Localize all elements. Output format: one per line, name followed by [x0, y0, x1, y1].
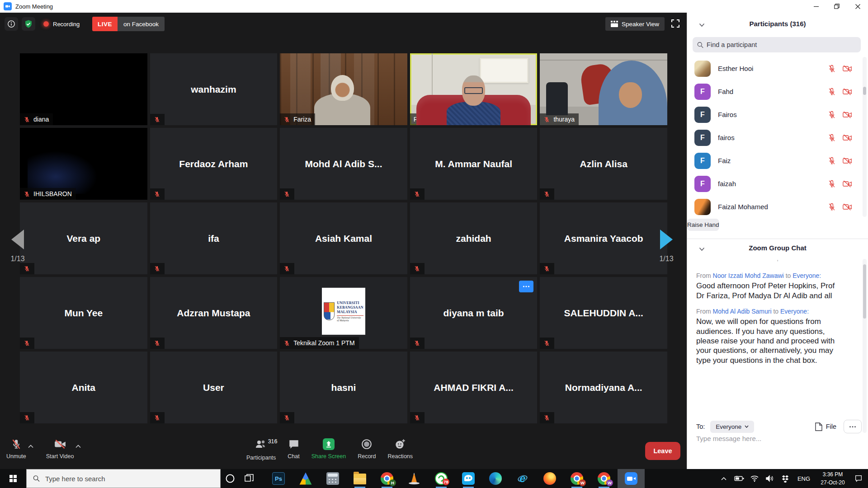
tile-ihilsbaron[interactable]: IHILSBARON — [20, 128, 147, 200]
taskbar-icon-firefox[interactable] — [536, 469, 563, 488]
taskbar-icon-zoom[interactable] — [618, 469, 645, 488]
action-center-icon[interactable] — [852, 469, 865, 488]
tile-asiah-kamal[interactable]: Asiah Kamal — [280, 202, 407, 274]
tile-fariza[interactable]: Fariza — [280, 53, 407, 125]
tile-hasni[interactable]: hasni — [280, 352, 407, 423]
tile-diyana-m-taib[interactable]: diyana m taib — [410, 277, 538, 349]
participant-row-faizah[interactable]: F faizah — [687, 172, 868, 195]
chat-scrollbar[interactable] — [863, 259, 867, 433]
participant-list-scrollbar[interactable] — [863, 57, 867, 217]
close-button[interactable] — [847, 0, 868, 13]
battery-icon[interactable] — [732, 469, 746, 488]
participant-action-button[interactable]: Raise Hand — [687, 219, 719, 231]
speaker-view-label: Speaker View — [622, 21, 659, 28]
video-options-chevron[interactable] — [75, 442, 81, 460]
grid-view-icon — [611, 21, 618, 27]
chat-button[interactable]: Chat — [288, 433, 299, 461]
tile-salehuddin-a[interactable]: SALEHUDDIN A... — [540, 277, 667, 349]
tile-vera-ap[interactable]: Vera ap — [20, 202, 147, 274]
chat-recipient-value: Everyone — [716, 423, 741, 430]
taskbar-search-input[interactable] — [45, 475, 214, 483]
meeting-info-icon[interactable] — [5, 17, 18, 31]
tile-zahidah[interactable]: zahidah — [410, 202, 538, 274]
tile-teknikal-zoom-1-ptm[interactable]: Universiti Kebangsaan Malaysia The Natio… — [280, 277, 407, 349]
tile-user[interactable]: User — [150, 352, 278, 423]
tile-name-label: thuraya — [553, 116, 575, 123]
scrollbar-thumb[interactable] — [863, 264, 866, 319]
minimize-button[interactable] — [806, 0, 826, 13]
taskbar-icon-chrome-w-red[interactable]: W — [563, 469, 590, 488]
mic-muted-icon — [24, 414, 30, 421]
tile-wanhazim[interactable]: wanhazim — [150, 53, 278, 125]
tile-asmanira-yaacob[interactable]: Asmanira Yaacob — [540, 202, 667, 274]
participant-search-input[interactable] — [707, 41, 856, 48]
participant-row-esther-hooi[interactable]: Esther Hooi — [687, 57, 868, 80]
tile-azlin-alisa[interactable]: Azlin Alisa — [540, 128, 667, 200]
gallery-next-page[interactable]: 1/13 — [651, 230, 682, 263]
start-button[interactable] — [0, 469, 26, 488]
participant-row-faiz[interactable]: F Faiz — [687, 149, 868, 172]
tile-diana[interactable]: diana — [20, 53, 147, 125]
taskbar-icon-whatsapp[interactable]: 78 — [428, 469, 455, 488]
tile-adzran-mustapa[interactable]: Adzran Mustapa — [150, 277, 278, 349]
tile-mohd-al-adib-s[interactable]: Mohd Al Adib S... — [280, 128, 407, 200]
restore-button[interactable] — [826, 0, 847, 13]
volume-icon[interactable] — [763, 469, 777, 488]
dropbox-icon[interactable] — [778, 469, 792, 488]
tile-anita[interactable]: Anita — [20, 352, 147, 423]
tile-normadiyana-a[interactable]: Normadiyana A... — [540, 352, 667, 423]
gallery-prev-page[interactable]: 1/13 — [2, 230, 33, 263]
chat-file-button[interactable]: File — [815, 422, 836, 431]
taskbar-icon-file-explorer[interactable] — [346, 469, 373, 488]
taskbar-icon-blue-chat[interactable] — [455, 469, 482, 488]
taskbar-icon-chrome-w-purple[interactable]: W — [590, 469, 618, 488]
language-indicator[interactable]: ENG — [794, 475, 814, 482]
live-indicator[interactable]: LIVE on Facebook — [92, 17, 165, 31]
leave-button[interactable]: Leave — [645, 442, 680, 460]
taskbar-icon-calculator[interactable] — [319, 469, 346, 488]
chat-input-area[interactable] — [696, 435, 859, 443]
chat-recipient-dropdown[interactable]: Everyone — [710, 421, 754, 433]
tile-thuraya[interactable]: thuraya — [540, 53, 667, 125]
tile-m-ammar-naufal[interactable]: M. Ammar Naufal — [410, 128, 538, 200]
task-view-button[interactable] — [240, 469, 259, 488]
tile-ferdaoz-arham[interactable]: Ferdaoz Arham — [150, 128, 278, 200]
participant-row-fahd[interactable]: F Fahd — [687, 80, 868, 103]
participant-row-fairos[interactable]: F Fairos — [687, 103, 868, 126]
fullscreen-icon[interactable] — [670, 19, 680, 30]
taskbar-icon-chrome-h[interactable]: H — [373, 469, 401, 488]
chat-message-input[interactable] — [696, 435, 859, 442]
encryption-shield-icon[interactable] — [22, 17, 35, 31]
chat-message-header: From Mohd Al Adib Samuri to Everyone: — [696, 307, 841, 315]
participants-button[interactable]: 316 Participants — [246, 433, 276, 461]
taskbar-icon-google-ads[interactable] — [292, 469, 319, 488]
tile-ifa[interactable]: ifa — [150, 202, 278, 274]
audio-options-chevron[interactable] — [28, 442, 33, 460]
task-view-icon — [245, 474, 254, 483]
share-screen-button[interactable]: Share Screen — [311, 433, 346, 461]
chat-more-button[interactable] — [844, 420, 862, 433]
record-button[interactable]: Record — [358, 433, 376, 461]
tile-ahmad-fikri-a[interactable]: AHMAD FIKRI A... — [410, 352, 538, 423]
cortana-button[interactable] — [221, 469, 240, 488]
taskbar-icon-edge[interactable] — [482, 469, 509, 488]
start-video-button[interactable]: Start Video — [46, 433, 74, 460]
wifi-icon[interactable] — [748, 469, 761, 488]
speaker-view-button[interactable]: Speaker View — [605, 17, 665, 31]
unmute-button[interactable]: Unmute — [6, 433, 26, 460]
tile-more-button[interactable] — [519, 281, 533, 292]
participant-row-fairos[interactable]: F fairos — [687, 126, 868, 149]
tile-mun-yee[interactable]: Mun Yee — [20, 277, 147, 349]
taskbar-icon-internet-explorer[interactable]: e — [509, 469, 536, 488]
participant-mic-off-icon — [827, 202, 836, 211]
taskbar-clock[interactable]: 3:36 PM 27-Oct-20 — [816, 470, 850, 487]
participant-row-faizal-mohamed[interactable]: Faizal Mohamed — [687, 195, 868, 217]
reactions-button[interactable]: Reactions — [387, 433, 413, 461]
tile-peter-hopkins[interactable]: Peter Hopkins — [410, 53, 538, 125]
taskbar-search[interactable] — [26, 469, 221, 488]
scrollbar-thumb[interactable] — [863, 87, 866, 95]
taskbar-icon-vlc[interactable] — [401, 469, 428, 488]
taskbar-icon-photoshop[interactable]: Ps — [265, 469, 292, 488]
tray-chevron-up-icon[interactable] — [717, 469, 731, 488]
participant-search[interactable] — [693, 37, 861, 52]
